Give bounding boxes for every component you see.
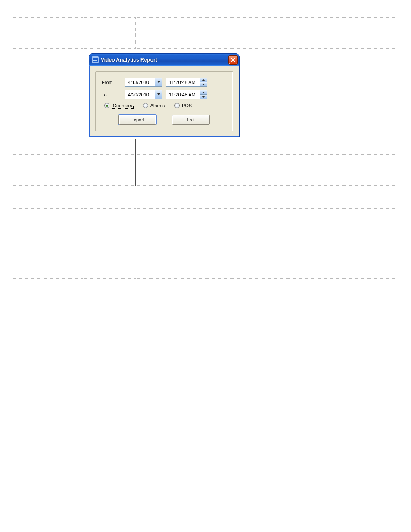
chevron-up-icon bbox=[202, 79, 205, 81]
to-time-value: 11:20:48 AM bbox=[166, 90, 200, 99]
to-time-up[interactable] bbox=[200, 90, 207, 94]
radio-pos[interactable]: POS bbox=[174, 103, 192, 108]
from-date-dropdown[interactable] bbox=[155, 78, 162, 86]
from-time-value: 11:20:48 AM bbox=[166, 78, 200, 86]
to-time-spinner[interactable]: 11:20:48 AM bbox=[166, 90, 207, 99]
from-row: From 4/13/2010 11:20:48 AM bbox=[102, 78, 227, 87]
from-time-up[interactable] bbox=[200, 78, 207, 82]
to-date-value: 4/20/2010 bbox=[125, 90, 155, 99]
radio-dot-icon bbox=[143, 103, 148, 108]
exit-button[interactable]: Exit bbox=[172, 115, 210, 125]
close-button[interactable] bbox=[229, 56, 237, 64]
radio-counters[interactable]: Counters bbox=[104, 103, 134, 109]
radio-dot-icon bbox=[174, 103, 180, 108]
to-time-down[interactable] bbox=[200, 94, 207, 99]
video-analytics-report-dialog: Video Analytics Report From 4/13/2010 11… bbox=[89, 53, 240, 137]
svg-rect-2 bbox=[93, 60, 97, 61]
to-row: To 4/20/2010 11:20:48 AM bbox=[102, 90, 227, 99]
chevron-down-icon bbox=[202, 96, 205, 98]
to-date-dropdown[interactable] bbox=[155, 90, 162, 99]
button-row: Export Exit bbox=[102, 115, 227, 125]
radio-pos-label: POS bbox=[182, 103, 192, 108]
exit-button-label: Exit bbox=[187, 117, 195, 122]
chevron-up-icon bbox=[202, 92, 205, 93]
svg-rect-1 bbox=[93, 59, 97, 59]
app-icon bbox=[92, 56, 99, 63]
titlebar[interactable]: Video Analytics Report bbox=[89, 54, 239, 66]
to-date-picker[interactable]: 4/20/2010 bbox=[125, 90, 162, 99]
dialog-title: Video Analytics Report bbox=[101, 57, 229, 63]
to-label: To bbox=[102, 92, 121, 97]
date-range-group: From 4/13/2010 11:20:48 AM To bbox=[95, 71, 233, 131]
from-date-picker[interactable]: 4/13/2010 bbox=[125, 78, 162, 87]
export-button[interactable]: Export bbox=[118, 115, 156, 125]
close-icon bbox=[231, 58, 235, 62]
from-date-value: 4/13/2010 bbox=[125, 78, 155, 86]
radio-alarms-label: Alarms bbox=[150, 103, 165, 108]
chevron-down-icon bbox=[157, 81, 160, 83]
radio-dot-icon bbox=[104, 103, 109, 108]
chevron-down-icon bbox=[202, 84, 205, 85]
horizontal-rule bbox=[13, 487, 398, 487]
export-button-label: Export bbox=[131, 117, 144, 122]
radio-alarms[interactable]: Alarms bbox=[143, 103, 165, 108]
report-type-radios: Counters Alarms POS bbox=[102, 103, 227, 109]
from-label: From bbox=[102, 80, 121, 85]
radio-counters-label: Counters bbox=[112, 103, 134, 109]
from-time-down[interactable] bbox=[200, 82, 207, 86]
chevron-down-icon bbox=[157, 93, 160, 96]
from-time-spinner[interactable]: 11:20:48 AM bbox=[166, 78, 207, 87]
